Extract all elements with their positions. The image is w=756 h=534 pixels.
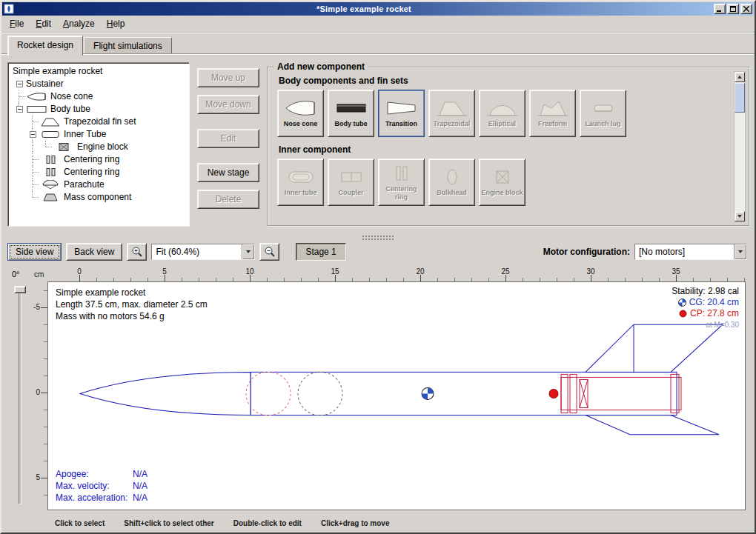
component-tree[interactable]: Simple example rocket Sustainer Nose con… — [7, 62, 190, 227]
apogee-value: N/A — [133, 468, 147, 480]
tree-item-label: Inner Tube — [64, 128, 106, 141]
ruler-label: 5 — [36, 473, 40, 481]
combo-arrow[interactable] — [734, 244, 746, 259]
tree-row-rocket[interactable]: Simple example rocket — [10, 65, 188, 78]
hint-shift-click: Shift+click to select other — [124, 519, 213, 527]
tree-item-label: Mass component — [64, 191, 131, 204]
tree-row-centering-ring-1[interactable]: Centering ring — [10, 153, 188, 166]
chevron-down-icon — [246, 250, 251, 253]
add-centering-ring-button: Centering ring — [378, 158, 425, 206]
tree-connector — [39, 141, 53, 153]
app-icon[interactable] — [4, 4, 14, 14]
tree-row-inner-tube[interactable]: Inner Tube — [10, 128, 188, 141]
tree-item-label: Parachute — [64, 178, 105, 191]
tree-row-sustainer[interactable]: Sustainer — [10, 78, 188, 90]
centering-ring-icon — [40, 155, 61, 164]
cg-marker — [422, 387, 434, 399]
combo-arrow[interactable] — [242, 244, 254, 259]
rotation-slider-track[interactable] — [19, 289, 21, 504]
rocket-name: Simple example rocket — [56, 287, 208, 298]
tree-expander[interactable] — [26, 128, 39, 141]
splitter-handle[interactable] — [1, 233, 755, 241]
tree-connector — [26, 153, 39, 166]
menu-analyze[interactable]: Analyze — [57, 16, 101, 32]
view-toolbar: Side view Back view Fit (60.4%) Stage 1 … — [1, 241, 755, 267]
zoom-in-button[interactable] — [127, 243, 147, 261]
tab-rocket-design[interactable]: Rocket design — [7, 36, 83, 56]
stage-1-toggle[interactable]: Stage 1 — [296, 243, 345, 261]
component-scrollbar[interactable] — [734, 71, 746, 222]
back-view-button[interactable]: Back view — [66, 243, 122, 261]
menu-help[interactable]: Help — [101, 16, 131, 32]
motor-combo-value: [No motors] — [635, 244, 734, 259]
tree-connector — [26, 166, 39, 178]
tab-flight-simulations[interactable]: Flight simulations — [84, 37, 172, 55]
menu-edit[interactable]: Edit — [30, 16, 57, 32]
tree-row-engine-block[interactable]: Engine block — [10, 141, 188, 153]
tree-row-parachute[interactable]: Parachute — [10, 178, 188, 191]
rocket-mass: Mass with no motors 54.6 g — [56, 310, 208, 322]
add-inner-tube-button: Inner tube — [277, 158, 324, 206]
titlebar[interactable]: *Simple example rocket — [2, 2, 754, 16]
splitter-dots-icon — [362, 235, 394, 240]
tab-underline — [1, 54, 755, 55]
tree-spacer — [13, 166, 26, 178]
arrow-down-icon — [737, 215, 742, 218]
ruler-label: 25 — [501, 267, 509, 276]
scroll-down-button[interactable] — [735, 211, 745, 221]
stability-value: Stability: 2.98 cal — [672, 286, 739, 297]
ruler-label: 35 — [672, 267, 680, 276]
tree-row-centering-ring-2[interactable]: Centering ring — [10, 166, 188, 178]
add-body-tube-button[interactable]: Body tube — [328, 90, 374, 137]
add-launch-lug-button: Launch lug — [580, 90, 626, 137]
rocket-info: Simple example rocket Length 37.5 cm, ma… — [56, 287, 208, 322]
add-bulkhead-button: Bulkhead — [428, 158, 475, 206]
rocket-body[interactable] — [80, 372, 677, 415]
max-acceleration-label: Max. acceleration: — [56, 492, 133, 504]
tree-expander[interactable] — [13, 103, 26, 116]
app-window: *Simple example rocket File Edit Analyze… — [0, 0, 756, 534]
rotation-value: 0° — [12, 270, 20, 278]
tree-spacer — [13, 153, 26, 166]
zoom-combo[interactable]: Fit (60.4%) — [151, 244, 255, 260]
tree-row-body-tube[interactable]: Body tube — [10, 103, 188, 116]
tree-item-label: Centering ring — [64, 166, 119, 178]
centering-ring-icon — [385, 164, 418, 183]
close-button[interactable] — [740, 4, 752, 14]
tree-row-fin-set[interactable]: Trapezoidal fin set — [10, 116, 188, 128]
rotation-slider-handle[interactable] — [14, 286, 26, 293]
hint-click-select: Click to select — [55, 519, 105, 527]
new-stage-button[interactable]: New stage — [197, 163, 259, 182]
motor-configuration-combo[interactable]: [No motors] — [634, 244, 747, 260]
max-velocity-label: Max. velocity: — [56, 480, 133, 492]
freeform-fin-icon — [537, 99, 569, 118]
scroll-up-button[interactable] — [735, 72, 745, 82]
engine-block-icon — [486, 167, 519, 187]
zoom-in-icon — [131, 246, 143, 258]
add-coupler-button: Coupler — [328, 158, 374, 206]
transition-icon — [385, 99, 418, 118]
chevron-down-icon — [738, 250, 743, 253]
add-nose-cone-button[interactable]: Nose cone — [277, 90, 324, 137]
maximize-button[interactable] — [727, 4, 739, 14]
tabstrip: Rocket design Flight simulations — [1, 33, 755, 55]
tree-row-mass-component[interactable]: Mass component — [10, 191, 188, 204]
apogee-label: Apogee: — [56, 468, 133, 480]
menu-file[interactable]: File — [4, 16, 30, 32]
horizontal-ruler: 0 5 10 15 20 25 30 35 — [47, 267, 746, 281]
tree-connector — [13, 90, 26, 103]
tree-expander[interactable] — [13, 78, 26, 90]
rocket-canvas[interactable]: Simple example rocket Length 37.5 cm, ma… — [47, 281, 746, 510]
side-view-button[interactable]: Side view — [7, 243, 62, 261]
trapezoidal-fin-icon — [436, 99, 468, 118]
design-top-panel: Simple example rocket Sustainer Nose con… — [1, 55, 755, 233]
tree-row-nose-cone[interactable]: Nose cone — [10, 90, 188, 103]
add-transition-button[interactable]: Transition — [378, 90, 425, 137]
ruler-unit-label: cm — [34, 270, 44, 278]
minimize-button[interactable] — [714, 4, 726, 14]
tree-spacer — [13, 128, 26, 141]
scrollbar-thumb[interactable] — [735, 83, 745, 113]
mach-note: at M=0.30 — [672, 319, 739, 330]
zoom-out-button[interactable] — [259, 243, 279, 261]
parachute-icon — [40, 180, 61, 190]
